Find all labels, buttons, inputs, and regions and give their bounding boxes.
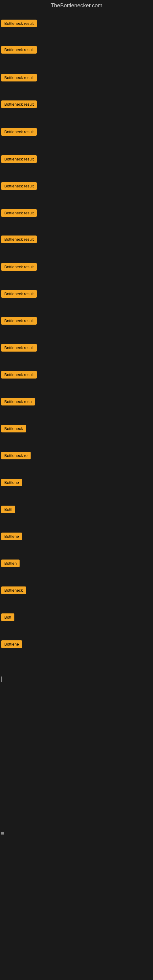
bottleneck-item-5: Bottleneck result bbox=[1, 128, 37, 137]
small-indicator bbox=[1, 832, 4, 835]
bottleneck-badge-24[interactable]: Bottlene bbox=[1, 640, 22, 648]
bottleneck-badge-2[interactable]: Bottleneck result bbox=[1, 46, 37, 54]
bottleneck-item-17: Bottleneck re bbox=[1, 452, 30, 461]
bottleneck-badge-13[interactable]: Bottleneck result bbox=[1, 344, 37, 352]
bottleneck-badge-15[interactable]: Bottleneck resu bbox=[1, 398, 35, 406]
bottleneck-badge-22[interactable]: Bottleneck bbox=[1, 587, 26, 594]
bottleneck-badge-16[interactable]: Bottleneck bbox=[1, 425, 26, 433]
bottleneck-item-8: Bottleneck result bbox=[1, 209, 37, 218]
bottleneck-item-13: Bottleneck result bbox=[1, 344, 37, 353]
bottleneck-item-16: Bottleneck bbox=[1, 425, 26, 434]
bottleneck-badge-5[interactable]: Bottleneck result bbox=[1, 128, 37, 136]
bottleneck-badge-18[interactable]: Bottlene bbox=[1, 479, 22, 486]
bottleneck-badge-11[interactable]: Bottleneck result bbox=[1, 290, 37, 298]
bottleneck-badge-20[interactable]: Bottlene bbox=[1, 533, 22, 540]
bottleneck-item-15: Bottleneck resu bbox=[1, 398, 35, 407]
bottleneck-item-22: Bottleneck bbox=[1, 587, 26, 595]
bottleneck-item-20: Bottlene bbox=[1, 533, 22, 541]
bottleneck-badge-14[interactable]: Bottleneck result bbox=[1, 371, 37, 379]
bottleneck-badge-4[interactable]: Bottleneck result bbox=[1, 100, 37, 108]
bottleneck-item-7: Bottleneck result bbox=[1, 182, 37, 191]
bottleneck-item-19: Bottl bbox=[1, 506, 15, 514]
page-wrapper: TheBottlenecker.com Bottleneck resultBot… bbox=[0, 0, 153, 980]
bottleneck-badge-17[interactable]: Bottleneck re bbox=[1, 452, 30, 460]
bottleneck-item-11: Bottleneck result bbox=[1, 290, 37, 299]
bottleneck-badge-6[interactable]: Bottleneck result bbox=[1, 155, 37, 163]
bottleneck-item-3: Bottleneck result bbox=[1, 74, 37, 83]
bottleneck-badge-3[interactable]: Bottleneck result bbox=[1, 74, 37, 81]
bottleneck-item-2: Bottleneck result bbox=[1, 46, 37, 55]
bottleneck-item-6: Bottleneck result bbox=[1, 155, 37, 164]
bottleneck-badge-9[interactable]: Bottleneck result bbox=[1, 235, 37, 243]
bottleneck-badge-8[interactable]: Bottleneck result bbox=[1, 209, 37, 217]
bottleneck-badge-21[interactable]: Bottlen bbox=[1, 560, 19, 567]
bottleneck-badge-7[interactable]: Bottleneck result bbox=[1, 182, 37, 190]
site-title: TheBottlenecker.com bbox=[0, 0, 153, 11]
cursor-line bbox=[1, 676, 2, 682]
bottleneck-item-21: Bottlen bbox=[1, 560, 19, 568]
bottleneck-item-4: Bottleneck result bbox=[1, 100, 37, 109]
bottleneck-badge-19[interactable]: Bottl bbox=[1, 506, 15, 513]
bottleneck-item-9: Bottleneck result bbox=[1, 235, 37, 244]
bottleneck-item-12: Bottleneck result bbox=[1, 317, 37, 326]
bottleneck-badge-10[interactable]: Bottleneck result bbox=[1, 263, 37, 271]
bottleneck-item-18: Bottlene bbox=[1, 479, 22, 488]
bottleneck-item-10: Bottleneck result bbox=[1, 263, 37, 272]
bottleneck-badge-12[interactable]: Bottleneck result bbox=[1, 317, 37, 325]
bottleneck-badge-1[interactable]: Bottleneck result bbox=[1, 20, 37, 27]
bottleneck-item-1: Bottleneck result bbox=[1, 20, 37, 29]
bottleneck-badge-23[interactable]: Bott bbox=[1, 613, 14, 621]
bottleneck-item-23: Bott bbox=[1, 613, 14, 622]
bottleneck-item-14: Bottleneck result bbox=[1, 371, 37, 380]
bottleneck-item-24: Bottlene bbox=[1, 640, 22, 649]
